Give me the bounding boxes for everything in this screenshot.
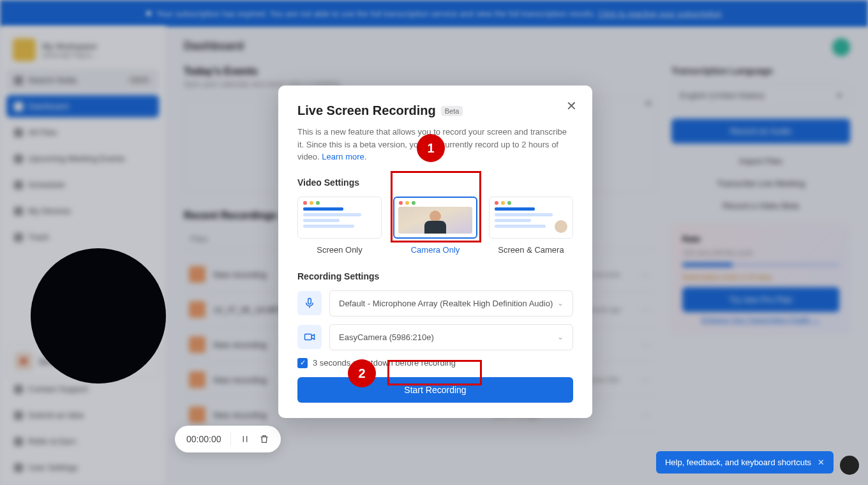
microphone-icon bbox=[297, 291, 322, 315]
recording-timer: 00:00:00 bbox=[186, 434, 221, 444]
modal-title: Live Screen Recording bbox=[297, 103, 436, 118]
camera-value: EasyCamera (5986:210e) bbox=[339, 332, 434, 342]
camera-select[interactable]: EasyCamera (5986:210e) ⌄ bbox=[329, 324, 573, 350]
svg-rect-3 bbox=[305, 334, 312, 340]
recording-controls-pill: 00:00:00 bbox=[175, 426, 281, 452]
beta-badge: Beta bbox=[441, 106, 463, 116]
help-feedback-pill[interactable]: Help, feedback, and keyboard shortcuts ✕ bbox=[656, 451, 834, 474]
countdown-checkbox-row[interactable]: ✓ 3 seconds countdown before recording bbox=[297, 358, 573, 368]
modal-close-button[interactable]: ✕ bbox=[566, 100, 577, 112]
countdown-label: 3 seconds countdown before recording bbox=[313, 358, 456, 368]
video-option-screen-only[interactable]: Screen Only bbox=[297, 197, 382, 255]
svg-rect-2 bbox=[308, 299, 311, 304]
video-option-camera-only[interactable]: Camera Only bbox=[393, 197, 477, 255]
start-recording-button[interactable]: Start Recording bbox=[297, 377, 573, 403]
recording-settings-heading: Recording Settings bbox=[297, 271, 573, 281]
camera-icon bbox=[297, 325, 322, 349]
help-label: Help, feedback, and keyboard shortcuts bbox=[665, 458, 811, 467]
chevron-down-icon: ⌄ bbox=[557, 299, 564, 308]
modal-description: This is a new feature that allows you to… bbox=[297, 126, 573, 163]
microphone-value: Default - Microphone Array (Realtek High… bbox=[339, 299, 553, 308]
video-option-screen-camera[interactable]: Screen & Camera bbox=[489, 197, 573, 255]
microphone-select[interactable]: Default - Microphone Array (Realtek High… bbox=[329, 290, 573, 317]
chevron-down-icon: ⌄ bbox=[557, 332, 564, 341]
help-close-icon[interactable]: ✕ bbox=[818, 458, 825, 467]
chat-bubble-avatar[interactable] bbox=[840, 456, 859, 475]
trash-icon[interactable] bbox=[259, 434, 269, 444]
screen-recording-modal: ✕ Live Screen Recording Beta This is a n… bbox=[278, 86, 592, 418]
video-settings-heading: Video Settings bbox=[297, 177, 573, 188]
learn-more-link[interactable]: Learn more. bbox=[322, 152, 366, 161]
checkbox-checked-icon[interactable]: ✓ bbox=[297, 358, 308, 368]
pause-icon[interactable] bbox=[240, 434, 250, 444]
